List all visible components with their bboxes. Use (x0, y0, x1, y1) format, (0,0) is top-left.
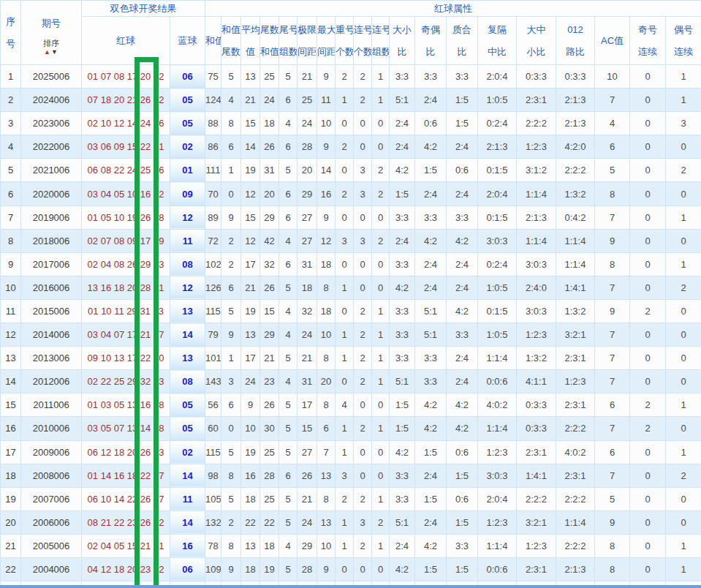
attr-cell: 56 (205, 393, 221, 417)
attr-cell: 2 (354, 65, 372, 88)
table-row: 17 2009006 06 12 18 20 26 33 02 115 5 19… (1, 440, 701, 464)
attr-cell: 1 (336, 440, 354, 464)
attr-cell: 5:1 (390, 88, 415, 112)
red-balls-cell: 01 14 16 18 22 27 (82, 464, 170, 487)
red-balls-cell: 08 21 22 23 26 32 (82, 510, 170, 534)
attr-cell: 8 (317, 393, 336, 417)
attr-cell: 0 (630, 440, 666, 464)
attr-cell: 2:1:3 (517, 206, 556, 229)
red-balls-cell: 03 04 05 10 16 32 (82, 182, 170, 206)
attr-cell: 42 (260, 229, 279, 252)
attr-cell: 6 (221, 135, 241, 159)
attr-cell: 1:5 (390, 417, 415, 440)
column-header-odd-even-ratio: 奇偶比 (415, 17, 447, 65)
attr-cell: 18 (298, 276, 317, 299)
attr-cell: 4:2 (447, 299, 478, 323)
attr-cell: 25 (298, 88, 317, 112)
attr-cell: 19 (260, 557, 279, 581)
attr-cell: 70 (205, 182, 221, 206)
sort-control[interactable]: 排序 ▲▼ (21, 39, 81, 56)
attr-cell: 26 (298, 464, 317, 487)
period-cell: 2008006 (21, 464, 82, 487)
column-header-average: 平均值 (241, 17, 260, 65)
column-header-prime-composite-ratio: 质合比 (447, 17, 478, 65)
table-row: 10 2016006 13 16 18 20 28 31 12 126 6 21… (1, 276, 701, 299)
attr-cell: 18 (260, 112, 279, 135)
attr-cell: 1:4:1 (556, 276, 595, 299)
attr-cell: 12 (241, 229, 260, 252)
attr-cell: 22 (260, 510, 279, 534)
blue-ball-cell: 13 (170, 347, 205, 370)
red-balls-cell: 02 04 08 26 29 33 (82, 252, 170, 276)
attr-cell: 28 (260, 464, 279, 487)
serial-cell: 2 (1, 88, 21, 112)
sort-asc-icon[interactable]: ▲ (44, 48, 51, 56)
sort-desc-icon[interactable]: ▼ (51, 48, 58, 56)
attr-cell: 2 (372, 182, 390, 206)
attr-cell: 4:2 (415, 393, 447, 417)
table-row: 6 2020006 03 04 05 10 16 32 09 70 0 12 2… (1, 182, 701, 206)
serial-cell: 22 (1, 557, 21, 581)
blue-ball-cell: 12 (170, 276, 205, 299)
attr-cell: 8 (221, 464, 241, 487)
attr-cell: 1:1:4 (478, 534, 517, 557)
attr-cell: 2 (354, 299, 372, 323)
attr-cell: 14 (241, 135, 260, 159)
column-header-sum-tail: 和值尾数 (221, 17, 241, 65)
attr-cell: 9 (595, 229, 630, 252)
attr-cell: 0 (372, 393, 390, 417)
attr-cell: 3:3 (415, 370, 447, 393)
attr-cell: 5 (221, 487, 241, 510)
attr-cell: 5:1 (390, 510, 415, 534)
attr-cell: 2 (666, 159, 701, 182)
attr-cell: 2:4 (447, 370, 478, 393)
red-balls-cell: 01 10 11 29 31 33 (82, 299, 170, 323)
attr-cell: 2:0:4 (478, 182, 517, 206)
attr-cell: 2:4 (447, 347, 478, 370)
attr-cell: 2:1:3 (556, 557, 595, 581)
column-header-odd-consecutive: 奇号连续 (630, 17, 666, 65)
attr-cell: 1 (336, 347, 354, 370)
attr-cell: 2:3:1 (556, 347, 595, 370)
attr-cell: 3 (336, 229, 354, 252)
attr-cell: 1 (372, 88, 390, 112)
serial-cell: 11 (1, 299, 21, 323)
attr-cell: 86 (205, 135, 221, 159)
attr-cell: 1:5 (447, 88, 478, 112)
table-row: 5 2021006 06 08 22 24 25 26 01 111 1 19 … (1, 159, 701, 182)
attr-cell: 0 (336, 252, 354, 276)
attr-cell: 8 (221, 112, 241, 135)
attr-cell: 8 (595, 534, 630, 557)
attr-cell: 0 (354, 135, 372, 159)
serial-cell: 9 (1, 252, 21, 276)
attr-cell: 1 (372, 65, 390, 88)
attr-cell: 0 (666, 510, 701, 534)
attr-cell: 6 (279, 252, 298, 276)
attr-cell: 1:2:3 (478, 510, 517, 534)
attr-cell: 25 (260, 65, 279, 88)
attr-cell: 109 (205, 557, 221, 581)
period-cell: 2020006 (21, 182, 82, 206)
attr-cell: 8 (317, 276, 336, 299)
attr-cell: 1 (666, 557, 701, 581)
lottery-table: 序 号 期号 排序 ▲▼ 双色球开奖结果 红球属性 红球 蓝球 和值 和值尾数 (0, 0, 701, 588)
attr-cell: 4 (336, 393, 354, 417)
attr-cell: 4:2 (447, 229, 478, 252)
attr-cell: 126 (205, 276, 221, 299)
attr-cell: 9 (317, 557, 336, 581)
column-header-repeat-count: 重号个数 (336, 17, 354, 65)
blue-ball-cell: 01 (170, 159, 205, 182)
attr-cell: 5 (279, 276, 298, 299)
attr-cell: 0 (372, 206, 390, 229)
attr-cell: 3:3 (390, 252, 415, 276)
attr-cell: 2 (354, 347, 372, 370)
attr-cell: 4:1:1 (517, 370, 556, 393)
period-cell: 2018006 (21, 229, 82, 252)
attr-cell: 8 (595, 252, 630, 276)
attr-cell: 24 (298, 112, 317, 135)
table-row: 15 2011006 01 03 05 13 16 18 05 56 6 9 2… (1, 393, 701, 417)
attr-cell: 8 (317, 347, 336, 370)
sort-arrows[interactable]: ▲▼ (21, 48, 81, 56)
attr-cell: 18 (241, 557, 260, 581)
attr-cell: 2:3:1 (556, 464, 595, 487)
